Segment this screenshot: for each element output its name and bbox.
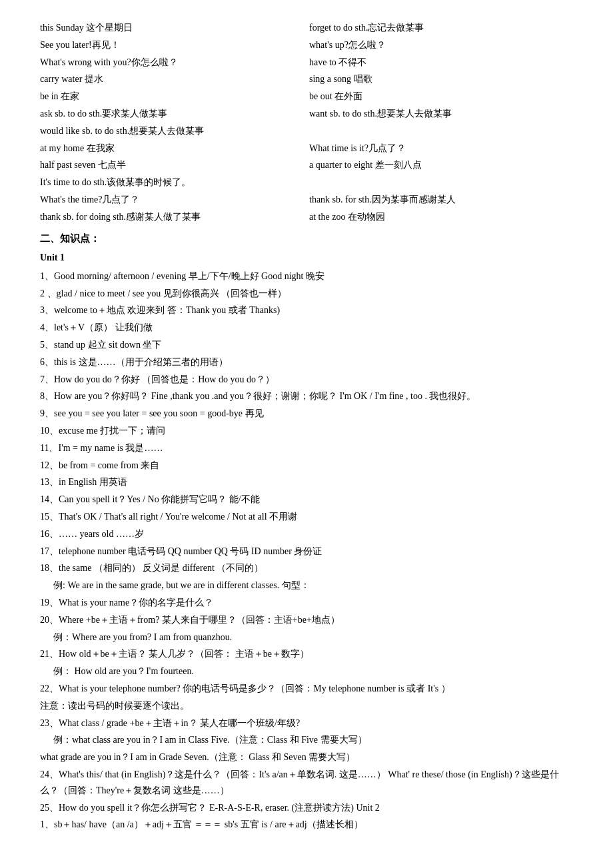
item-text: What is your name？你的名字是什么？ (59, 598, 213, 608)
col-right-text: thank sb. for sth.因为某事而感谢某人 (296, 192, 552, 208)
item-number: 14、 (40, 494, 59, 504)
col-left-text: What's the time?几点了？ (40, 192, 296, 208)
two-col-line: carry water 提水sing a song 唱歌 (40, 71, 573, 87)
item-text: What's this/ that (in English)？这是什么？（回答：… (40, 769, 559, 795)
item-number: 9、 (40, 408, 54, 418)
col-right-text: what's up?怎么啦？ (296, 37, 552, 53)
item-number: 25、 (40, 803, 59, 813)
item-text: How are you？你好吗？ Fine ,thank you .and yo… (54, 391, 476, 401)
item-text: telephone number 电话号码 QQ number QQ 号码 ID… (59, 546, 322, 556)
item-number: 4、 (40, 322, 54, 332)
item-text: That's OK / That's all right / You're we… (59, 512, 297, 522)
numbered-item: 10、excuse me 打扰一下；请问 (40, 423, 573, 439)
col-left-text: ask sb. to do sth.要求某人做某事 (40, 106, 296, 122)
single-line: would like sb. to do sth.想要某人去做某事 (40, 123, 573, 139)
item-text: What class / grade +be＋主语＋in？ 某人在哪一个班级/年… (59, 718, 300, 728)
col-right-text: What time is it?几点了？ (296, 141, 552, 157)
numbered-item: 15、That's OK / That's all right / You're… (40, 509, 573, 525)
item-text: stand up 起立 sit down 坐下 (54, 340, 161, 350)
numbered-item: 2 、glad / nice to meet / see you 见到你很高兴 … (40, 286, 573, 302)
item-text: Where +be＋主语＋from? 某人来自于哪里？（回答：主语+be+地点） (59, 615, 340, 625)
item-text: How old＋be＋主语？ 某人几岁？（回答： 主语＋be＋数字） (59, 649, 309, 659)
numbered-item: 8、How are you？你好吗？ Fine ,thank you .and … (40, 388, 573, 404)
numbered-item: 13、in English 用英语 (40, 474, 573, 490)
single-line: what grade are you in？I am in Grade Seve… (40, 749, 573, 765)
numbered-item: 11、I'm = my name is 我是…… (40, 440, 573, 456)
single-line: It's time to do sth.该做某事的时候了。 (40, 175, 573, 191)
col-right-text: forget to do sth.忘记去做某事 (296, 20, 552, 36)
numbered-item: 1、Good morning/ afternoon / evening 早上/下… (40, 268, 573, 284)
col-right-text: want sb. to do sth.想要某人去做某事 (296, 106, 552, 122)
col-right-text: have to 不得不 (296, 55, 552, 71)
numbered-item: 4、let's＋V（原） 让我们做 (40, 320, 573, 336)
col-left-text: this Sunday 这个星期日 (40, 20, 296, 36)
item-text: …… years old ……岁 (59, 529, 144, 539)
example-line: 例: We are in the same grade, but we are … (40, 578, 573, 594)
item-number: 8、 (40, 391, 54, 401)
col-left-text: half past seven 七点半 (40, 157, 296, 173)
item-text: be from = come from 来自 (59, 460, 159, 470)
two-col-line: What's the time?几点了？thank sb. for sth.因为… (40, 192, 573, 208)
item-number: 17、 (40, 546, 59, 556)
two-col-line: ask sb. to do sth.要求某人做某事want sb. to do … (40, 106, 573, 122)
item-text: What is your telephone number? 你的电话号码是多少… (59, 683, 450, 693)
item-number: 20、 (40, 615, 59, 625)
item-text: let's＋V（原） 让我们做 (54, 322, 153, 332)
numbered-item: 24、What's this/ that (in English)？这是什么？（… (40, 767, 573, 799)
item-number: 18、 (40, 563, 59, 573)
numbered-item: 25、How do you spell it？你怎么拼写它？ E-R-A-S-E… (40, 800, 573, 816)
item-text: How do you spell it？你怎么拼写它？ E-R-A-S-E-R,… (59, 803, 380, 813)
example-line: 例：what class are you in？I am in Class Fi… (40, 732, 573, 748)
col-right-text: sing a song 唱歌 (296, 71, 552, 87)
numbered-item: 5、stand up 起立 sit down 坐下 (40, 337, 573, 353)
two-col-line: half past seven 七点半a quarter to eight 差一… (40, 157, 573, 173)
numbered-item: 20、Where +be＋主语＋from? 某人来自于哪里？（回答：主语+be+… (40, 612, 573, 628)
two-col-line: this Sunday 这个星期日forget to do sth.忘记去做某事 (40, 20, 573, 36)
item-text: see you = see you later = see you soon =… (54, 408, 264, 418)
numbered-item: 23、What class / grade +be＋主语＋in？ 某人在哪一个班… (40, 715, 573, 731)
item-number: 16、 (40, 529, 59, 539)
numbered-item: 6、this is 这是……（用于介绍第三者的用语） (40, 354, 573, 370)
item-number: 1、 (40, 819, 54, 829)
col-right-text: be out 在外面 (296, 89, 552, 105)
item-number: 2 、 (40, 288, 57, 298)
col-left-text: be in 在家 (40, 89, 296, 105)
col-left-text: carry water 提水 (40, 71, 296, 87)
section-heading: 二、知识点： (40, 230, 573, 248)
example-line: 例：Where are you from? I am from quanzhou… (40, 630, 573, 646)
numbered-item: 17、telephone number 电话号码 QQ number QQ 号码… (40, 544, 573, 560)
item-text: in English 用英语 (59, 477, 127, 487)
numbered-item: 16、…… years old ……岁 (40, 526, 573, 542)
item-number: 23、 (40, 718, 59, 728)
item-number: 7、 (40, 374, 54, 384)
numbered-item: 3、welcome to＋地点 欢迎来到 答：Thank you 或者 Than… (40, 302, 573, 318)
numbered-item: 14、Can you spell it？Yes / No 你能拼写它吗？ 能/不… (40, 492, 573, 508)
numbered-item: 9、see you = see you later = see you soon… (40, 406, 573, 422)
col-left-text: What's wrong with you?你怎么啦？ (40, 55, 296, 71)
single-line: 注意：读出号码的时候要逐个读出。 (40, 698, 573, 714)
unit-heading: Unit 1 (40, 250, 573, 266)
numbered-item: 7、How do you do？你好 （回答也是：How do you do？） (40, 372, 573, 388)
item-text: glad / nice to meet / see you 见到你很高兴 （回答… (57, 288, 287, 298)
item-number: 15、 (40, 512, 59, 522)
item-number: 3、 (40, 305, 54, 315)
item-number: 24、 (40, 769, 59, 779)
item-number: 5、 (40, 340, 54, 350)
item-text: welcome to＋地点 欢迎来到 答：Thank you 或者 Thanks… (54, 305, 280, 315)
two-col-line: be in 在家be out 在外面 (40, 89, 573, 105)
item-number: 19、 (40, 598, 59, 608)
numbered-item: 21、How old＋be＋主语？ 某人几岁？（回答： 主语＋be＋数字） (40, 646, 573, 662)
example-line: 例： How old are you？I'm fourteen. (40, 663, 573, 679)
numbered-item: 18、the same （相同的） 反义词是 different （不同的） (40, 560, 573, 576)
item-number: 10、 (40, 426, 59, 436)
col-right-text: at the zoo 在动物园 (296, 209, 552, 225)
item-number: 11、 (40, 443, 58, 453)
numbered-item: 22、What is your telephone number? 你的电话号码… (40, 681, 573, 697)
item-number: 12、 (40, 460, 59, 470)
two-col-line: at my home 在我家What time is it?几点了？ (40, 141, 573, 157)
item-text: the same （相同的） 反义词是 different （不同的） (59, 563, 263, 573)
item-text: sb＋has/ have（an /a）＋adj＋五官 ＝＝＝ sb's 五官 i… (54, 819, 363, 829)
item-text: Can you spell it？Yes / No 你能拼写它吗？ 能/不能 (59, 494, 260, 504)
item-text: excuse me 打扰一下；请问 (59, 426, 165, 436)
item-number: 22、 (40, 683, 59, 693)
